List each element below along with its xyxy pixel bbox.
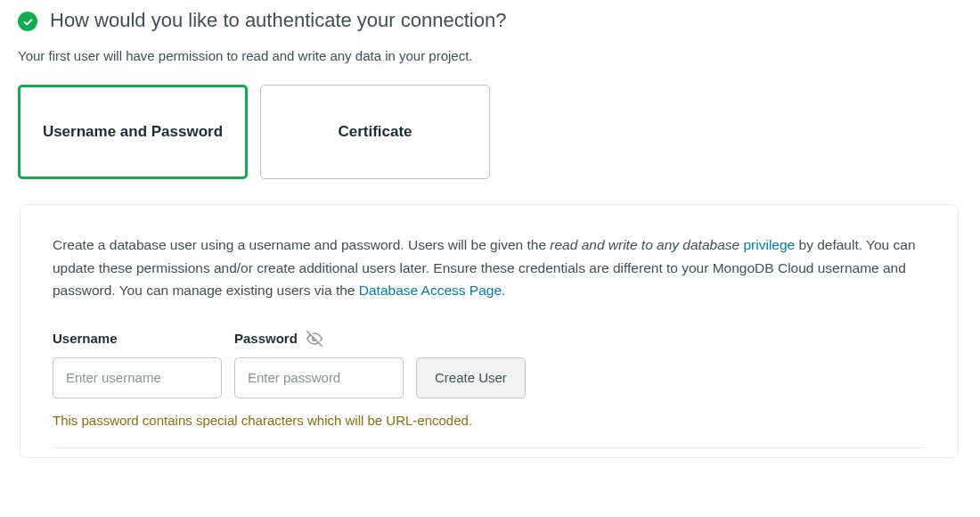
toggle-password-visibility-icon[interactable]	[306, 331, 323, 347]
page-subtitle: Your first user will have permission to …	[18, 48, 962, 63]
page-title: How would you like to authenticate your …	[50, 9, 506, 32]
password-label: Password	[234, 331, 298, 346]
privilege-link[interactable]: privilege	[743, 237, 795, 252]
user-form-panel: Create a database user using a username …	[20, 204, 959, 458]
option-certificate[interactable]: Certificate	[260, 85, 490, 179]
password-warning: This password contains special character…	[53, 413, 926, 428]
divider	[53, 447, 926, 448]
create-user-button[interactable]: Create User	[416, 357, 526, 398]
auth-method-options: Username and Password Certificate	[18, 85, 962, 179]
password-input[interactable]	[234, 357, 404, 398]
panel-description: Create a database user using a username …	[53, 234, 926, 302]
username-label: Username	[53, 331, 234, 346]
database-access-link[interactable]: Database Access Page	[359, 283, 502, 298]
option-label: Username and Password	[43, 123, 223, 141]
option-username-password[interactable]: Username and Password	[18, 85, 248, 179]
check-icon	[18, 12, 37, 31]
username-input[interactable]	[53, 357, 222, 398]
option-label: Certificate	[338, 123, 412, 141]
